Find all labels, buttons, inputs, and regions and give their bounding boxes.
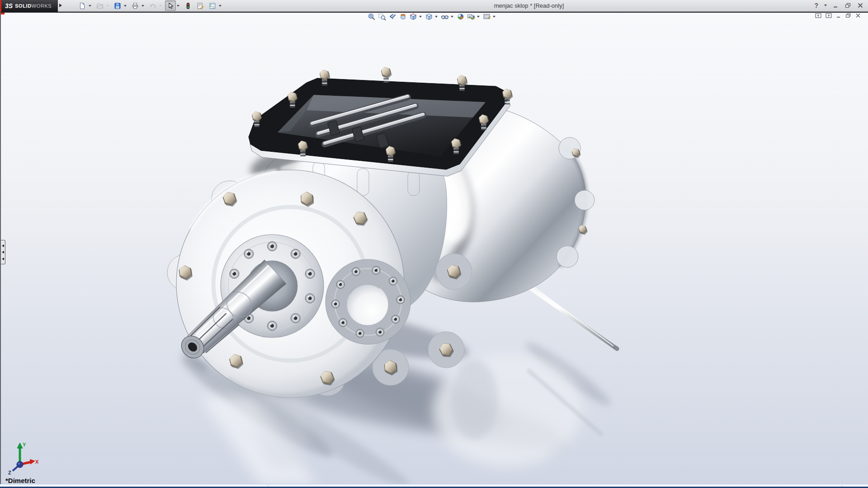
close-icon: [855, 13, 861, 18]
edit-appearance-button[interactable]: [455, 12, 466, 21]
doc-restore-button[interactable]: [845, 13, 851, 18]
chevron-down-icon[interactable]: [435, 16, 438, 18]
minimize-button[interactable]: [833, 3, 839, 8]
brand-name-light: WORKS: [32, 3, 52, 9]
save-floppy-icon: [114, 2, 121, 9]
section-view-button[interactable]: [397, 12, 408, 21]
view-orientation-button[interactable]: [408, 12, 418, 21]
collapse-arrow-icon: [2, 244, 4, 247]
menu-flyout-arrow-icon[interactable]: [59, 4, 62, 7]
chevron-down-icon[interactable]: [124, 5, 127, 7]
zoom-to-area-icon: [378, 13, 386, 21]
headsup-view-toolbar: [366, 12, 497, 21]
restore-icon: [845, 3, 851, 8]
hide-show-items-button[interactable]: [439, 12, 450, 21]
display-style-button[interactable]: [424, 12, 434, 21]
select-cursor-icon: [167, 2, 174, 9]
collapse-arrow-icon: [2, 251, 4, 253]
new-document-icon: [79, 2, 86, 9]
chevron-down-icon[interactable]: [219, 5, 222, 7]
view-settings-button[interactable]: [481, 12, 492, 21]
select-button[interactable]: [165, 0, 176, 11]
restore-button[interactable]: [845, 3, 851, 8]
close-button[interactable]: [857, 3, 863, 8]
view-orientation-label: *Dimetric: [5, 477, 35, 484]
previous-view-button[interactable]: [387, 12, 397, 21]
collapse-arrow-icon: [2, 258, 4, 260]
chevron-down-icon[interactable]: [451, 16, 453, 18]
pane-arrow-right-icon: [826, 13, 832, 18]
chevron-down-icon[interactable]: [106, 5, 109, 7]
rebuild-traffic-light-icon: [184, 2, 192, 9]
open-button[interactable]: [94, 0, 105, 11]
previous-view-icon: [388, 13, 396, 21]
chevron-down-icon[interactable]: [477, 16, 480, 18]
printer-icon: [132, 2, 139, 9]
graphics-viewport[interactable]: Y X Z *Dimetric: [0, 11, 868, 484]
triad-z-label: Z: [8, 470, 11, 475]
pane-left-button[interactable]: [815, 13, 821, 18]
red-indicator: [1, 13, 5, 14]
rebuild-button[interactable]: [183, 0, 193, 11]
triad-y-label: Y: [23, 442, 26, 447]
zoom-to-fit-button[interactable]: [366, 12, 377, 21]
document-title: menjac sklop * [Read-only]: [494, 2, 564, 9]
close-icon: [857, 3, 863, 8]
chevron-down-icon[interactable]: [89, 5, 91, 7]
zoom-to-area-button[interactable]: [377, 12, 387, 21]
new-button[interactable]: [77, 0, 88, 11]
minimize-icon: [836, 13, 841, 18]
title-bar: 3S SOLIDWORKS: [0, 0, 868, 12]
restore-icon: [845, 13, 851, 18]
options-checklist-icon: [209, 2, 216, 9]
display-style-cube-icon: [425, 13, 433, 21]
chevron-down-icon[interactable]: [177, 5, 179, 7]
status-bar: [0, 484, 868, 488]
appearance-ball-icon: [457, 13, 465, 21]
view-settings-icon: [483, 13, 491, 21]
print-button[interactable]: [130, 0, 141, 11]
undo-button[interactable]: [147, 0, 158, 11]
chevron-down-icon[interactable]: [159, 5, 162, 7]
apply-scene-icon: [467, 13, 475, 21]
eyeglasses-icon: [441, 13, 449, 21]
file-properties-icon: [197, 2, 204, 9]
triad-x-label: X: [35, 459, 39, 465]
pane-right-button[interactable]: [826, 13, 832, 18]
apply-scene-button[interactable]: [466, 12, 476, 21]
orientation-triad: Y X Z: [6, 441, 39, 476]
pane-arrow-left-icon: [815, 13, 821, 18]
doc-close-button[interactable]: [855, 13, 861, 18]
view-orientation-cube-icon: [409, 13, 417, 21]
featuremanager-collapsed-tab[interactable]: [1, 240, 5, 264]
standard-toolbar: [77, 0, 225, 11]
chevron-down-icon[interactable]: [142, 5, 144, 7]
help-icon: ?: [814, 2, 818, 9]
chevron-down-icon[interactable]: [493, 16, 495, 18]
document-window-controls: [815, 13, 861, 18]
gearbox-3d-model: [1, 13, 868, 484]
file-properties-button[interactable]: [195, 0, 206, 11]
window-controls: ?: [814, 1, 863, 10]
undo-arrow-icon: [149, 2, 156, 9]
brand-name-bold: SOLID: [15, 3, 32, 9]
chevron-down-icon[interactable]: [824, 5, 827, 6]
help-button[interactable]: ?: [814, 2, 818, 9]
zoom-to-fit-icon: [368, 13, 376, 21]
3ds-logo-mark: 3S: [5, 2, 13, 9]
solidworks-logo: 3S SOLIDWORKS: [0, 0, 58, 12]
brand-name: SOLIDWORKS: [15, 3, 52, 9]
options-button[interactable]: [207, 0, 218, 11]
open-folder-icon: [96, 2, 104, 9]
section-view-icon: [399, 13, 407, 21]
save-button[interactable]: [112, 0, 123, 11]
minimize-icon: [833, 3, 839, 8]
chevron-down-icon[interactable]: [419, 16, 422, 18]
brand-red-stripe: [0, 0, 1, 12]
doc-minimize-button[interactable]: [836, 13, 841, 18]
